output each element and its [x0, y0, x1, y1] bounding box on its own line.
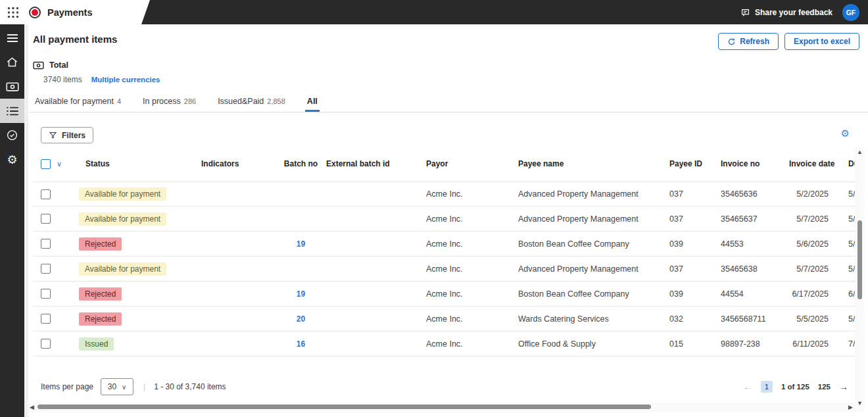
cell-payor: Acme Inc.	[422, 264, 514, 274]
scroll-right-arrow-icon[interactable]: ▶	[848, 404, 853, 410]
total-details: 3740 items Multiple currencies	[43, 75, 160, 84]
tab-label: In process	[143, 97, 181, 106]
row-checkbox[interactable]	[41, 264, 51, 274]
pagination-bar: Items per page 30 ∨ | 1 - 30 of 3,740 it…	[41, 378, 848, 396]
status-badge: Available for payment	[79, 187, 166, 201]
hamburger-icon	[7, 34, 18, 43]
items-per-page-label: Items per page	[41, 382, 93, 391]
last-page-button[interactable]: 125	[818, 383, 831, 391]
table-row[interactable]: Available for payment Acme Inc. Advanced…	[33, 207, 860, 232]
status-badge: Issued	[79, 337, 114, 351]
tab-label: Issued&Paid	[218, 97, 264, 106]
cell-payee-name: Advanced Property Management	[514, 214, 665, 224]
page-actions: Refresh Export to excel	[718, 33, 859, 50]
cell-payor: Acme Inc.	[422, 314, 514, 324]
payments-app: Payments Share your feedback GF	[0, 0, 868, 417]
col-header-external-batch-id: External batch id	[322, 159, 422, 168]
status-tabs: Available for payment 4 In process 286 I…	[30, 92, 868, 112]
sidebar-item-payments[interactable]	[0, 74, 24, 99]
row-checkbox[interactable]	[41, 289, 51, 299]
cell-payee-name: Office Food & Supply	[514, 339, 665, 349]
table-row[interactable]: Rejected 19 Acme Inc. Boston Bean Coffee…	[33, 282, 860, 307]
cell-invoice-date: 5/6/2025	[789, 239, 847, 249]
table-row[interactable]: Issued 16 Acme Inc. Office Food & Supply…	[33, 331, 860, 356]
tab-in-process[interactable]: In process 286	[141, 97, 198, 112]
multiple-currencies-link[interactable]: Multiple currencies	[91, 76, 160, 84]
cell-invoice-no: 35465636	[717, 189, 789, 199]
list-icon	[7, 106, 18, 116]
tab-all[interactable]: All	[305, 97, 320, 112]
column-settings-gear-icon[interactable]: ⚙	[841, 128, 850, 138]
batch-no-link[interactable]: 19	[297, 239, 305, 249]
total-banknote-icon	[33, 61, 44, 70]
home-icon	[6, 56, 18, 68]
table-row[interactable]: Rejected 19 Acme Inc. Boston Bean Coffee…	[33, 232, 860, 257]
refresh-button[interactable]: Refresh	[718, 33, 779, 50]
check-circle-icon	[6, 129, 18, 141]
select-menu-chevron-icon[interactable]: ∨	[57, 160, 62, 168]
banknote-icon	[6, 82, 19, 92]
cell-invoice-no: 3456568711	[717, 314, 789, 324]
app-grid-icon[interactable]	[7, 7, 19, 18]
sidebar-menu-toggle[interactable]	[0, 26, 24, 50]
total-items-count: 3740 items	[43, 75, 82, 84]
sidebar-item-home[interactable]	[0, 50, 24, 74]
horizontal-scrollbar-thumb[interactable]	[37, 405, 651, 409]
col-header-batch-no: Batch no	[279, 159, 322, 168]
row-checkbox[interactable]	[41, 339, 51, 349]
sidebar-item-approvals[interactable]	[0, 123, 24, 147]
app-title: Payments	[47, 7, 93, 18]
batch-no-link[interactable]: 20	[297, 314, 305, 324]
next-page-arrow-icon[interactable]: →	[839, 381, 848, 392]
col-header-invoice-no: Invoice no	[717, 159, 789, 168]
brand-logo-icon	[29, 7, 41, 18]
share-feedback-button[interactable]: Share your feedback	[740, 8, 832, 17]
top-header-right: Share your feedback GF	[740, 0, 859, 24]
filters-button[interactable]: Filters	[41, 127, 93, 143]
tab-available-for-payment[interactable]: Available for payment 4	[33, 97, 123, 112]
export-to-excel-button[interactable]: Export to excel	[784, 33, 859, 50]
sidebar-item-settings[interactable]: ⚙	[0, 147, 24, 172]
cell-payee-name: Advanced Property Management	[514, 189, 665, 199]
status-badge: Rejected	[79, 287, 122, 301]
status-badge: Available for payment	[79, 262, 166, 276]
feedback-icon	[740, 8, 750, 17]
cell-invoice-no: 98897-238	[717, 339, 789, 349]
cell-payee-id: 037	[665, 189, 717, 199]
batch-no-link[interactable]: 19	[297, 289, 305, 299]
col-header-indicators: Indicators	[197, 159, 279, 168]
scroll-left-arrow-icon[interactable]: ◀	[30, 404, 34, 410]
row-checkbox[interactable]	[41, 214, 51, 224]
total-summary: Total	[33, 61, 68, 70]
col-header-invoice-date: Invoice date	[789, 159, 847, 168]
cell-invoice-no: 35465637	[717, 214, 789, 224]
table-row[interactable]: Rejected 20 Acme Inc. Wards Catering Ser…	[33, 307, 860, 331]
main-content: All payment items Refresh Export to exce…	[24, 24, 868, 417]
table-row[interactable]: Available for payment Acme Inc. Advanced…	[33, 257, 860, 282]
scroll-down-arrow-icon[interactable]: ▼	[857, 400, 863, 406]
avatar[interactable]: GF	[842, 4, 859, 21]
scroll-up-arrow-icon[interactable]: ▲	[857, 149, 863, 155]
table-row[interactable]: Available for payment Acme Inc. Advanced…	[33, 182, 860, 207]
tab-issued-paid[interactable]: Issued&Paid 2,858	[216, 97, 287, 112]
sidebar: ⚙	[0, 24, 24, 417]
cell-payee-name: Wards Catering Services	[514, 314, 665, 324]
batch-no-link[interactable]: 16	[297, 339, 305, 349]
prev-page-arrow-icon[interactable]: ←	[743, 381, 752, 392]
row-checkbox[interactable]	[41, 314, 51, 324]
pagination-divider: |	[143, 382, 145, 391]
pager-controls: ← 1 1 of 125 125 →	[743, 381, 848, 393]
page-title: All payment items	[33, 34, 117, 45]
row-checkbox[interactable]	[41, 189, 51, 199]
row-checkbox[interactable]	[41, 239, 51, 249]
select-all-checkbox[interactable]	[41, 159, 51, 169]
cell-invoice-no: 35465638	[717, 264, 789, 274]
cell-payee-name: Boston Bean Coffee Company	[514, 239, 665, 249]
col-header-payee-name: Payee name	[514, 159, 665, 168]
vertical-scrollbar-thumb[interactable]	[857, 220, 862, 299]
sidebar-item-payment-items[interactable]	[0, 99, 24, 123]
page-size-select[interactable]: 30 ∨	[101, 378, 133, 395]
table-header-row: ∨ Status Indicators Batch no External ba…	[33, 155, 860, 172]
current-page-box[interactable]: 1	[761, 381, 773, 393]
cell-payee-name: Advanced Property Management	[514, 264, 665, 274]
